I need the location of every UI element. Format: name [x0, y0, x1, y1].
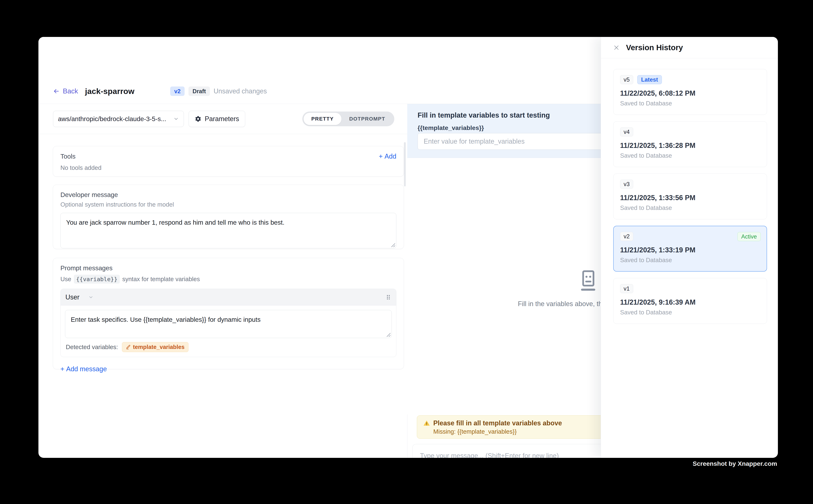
version-history-panel: Version History v5 Latest 11/22/2025, 6:… — [601, 37, 778, 458]
version-timestamp: 11/21/2025, 1:33:19 PM — [620, 246, 760, 254]
version-card-v5[interactable]: v5 Latest 11/22/2025, 6:08:12 PM Saved t… — [613, 69, 767, 115]
gear-icon — [195, 116, 201, 122]
subtitle-suffix: syntax for template variables — [122, 276, 200, 283]
scrollbar-thumb[interactable] — [404, 142, 406, 186]
parameters-button[interactable]: Parameters — [188, 111, 245, 127]
add-message-label: Add message — [66, 365, 107, 373]
editor-toolbar: aws/anthropic/bedrock-claude-3-5-s... Pa… — [38, 104, 407, 134]
warning-title: Please fill in all template variables ab… — [433, 419, 562, 427]
detected-variables-label: Detected variables: — [66, 344, 118, 351]
chevron-down-icon — [173, 116, 179, 122]
plus-icon: + — [379, 152, 383, 160]
chevron-down-icon — [88, 295, 93, 300]
latest-badge: Latest — [637, 75, 662, 84]
template-variables-title: Fill in template variables to start test… — [418, 111, 550, 119]
version-status: Saved to Database — [620, 257, 760, 264]
version-card-v4[interactable]: v4 11/21/2025, 1:36:28 PM Saved to Datab… — [613, 121, 767, 167]
detected-variables-row: Detected variables: template_variables — [61, 338, 396, 357]
version-status: Saved to Database — [620, 100, 760, 107]
prompt-messages-subtitle: Use {{variable}} syntax for template var… — [60, 275, 396, 284]
version-number-badge: v3 — [620, 180, 633, 189]
developer-message-title: Developer message — [60, 191, 396, 198]
plus-icon: + — [60, 365, 64, 373]
detected-variable-chip[interactable]: template_variables — [122, 342, 188, 352]
page-header: Back jack-sparrow v2 Draft Unsaved chang… — [38, 37, 407, 104]
prompt-messages-section: Prompt messages Use {{variable}} syntax … — [53, 258, 404, 369]
developer-message-subtitle: Optional system instructions for the mod… — [60, 201, 396, 208]
role-selector[interactable]: User — [65, 293, 93, 301]
active-badge: Active — [737, 232, 761, 241]
desktop-background: Back jack-sparrow v2 Draft Unsaved chang… — [0, 0, 813, 504]
pencil-icon — [126, 345, 131, 349]
tools-empty-text: No tools added — [60, 164, 396, 171]
detected-variable-name: template_variables — [133, 344, 184, 350]
resize-handle-icon[interactable] — [386, 332, 390, 337]
add-tool-label: Add — [385, 152, 396, 160]
parameters-label: Parameters — [205, 115, 239, 123]
message-header: User — [61, 289, 396, 306]
developer-message-input[interactable]: You are jack sparrow number 1, respond a… — [61, 213, 396, 248]
version-timestamp: 11/21/2025, 1:36:28 PM — [620, 142, 760, 150]
add-tool-button[interactable]: + Add — [379, 152, 396, 160]
robot-face-icon — [579, 270, 597, 292]
message-content-input[interactable]: Enter task specifics. Use {{template_var… — [65, 310, 392, 338]
back-arrow-icon — [53, 88, 60, 95]
warning-triangle-icon — [423, 420, 430, 426]
subtitle-prefix: Use — [60, 276, 71, 283]
model-selector-value: aws/anthropic/bedrock-claude-3-5-s... — [58, 115, 166, 123]
add-message-button[interactable]: + Add message — [60, 365, 107, 373]
message-block: User Enter task specifics. Use {{templat… — [60, 289, 396, 357]
version-timestamp: 11/21/2025, 9:16:39 AM — [620, 298, 760, 306]
version-status: Saved to Database — [620, 152, 760, 159]
version-history-header: Version History — [601, 37, 778, 58]
back-label: Back — [63, 87, 78, 95]
variable-syntax-chip: {{variable}} — [74, 275, 120, 284]
drag-handle-icon[interactable] — [385, 294, 391, 300]
version-timestamp: 11/22/2025, 6:08:12 PM — [620, 89, 760, 97]
role-selector-value: User — [65, 293, 79, 301]
version-card-v3[interactable]: v3 11/21/2025, 1:33:56 PM Saved to Datab… — [613, 174, 767, 219]
version-list: v5 Latest 11/22/2025, 6:08:12 PM Saved t… — [601, 58, 778, 458]
version-status: Saved to Database — [620, 204, 760, 211]
version-status: Saved to Database — [620, 309, 760, 316]
close-icon[interactable] — [613, 44, 620, 51]
version-number-badge: v1 — [620, 284, 633, 293]
page-title: jack-sparrow — [85, 87, 134, 96]
version-number-badge: v4 — [620, 127, 633, 136]
version-card-v2[interactable]: v2 Active 11/21/2025, 1:33:19 PM Saved t… — [613, 226, 767, 272]
developer-message-section: Developer message Optional system instru… — [53, 185, 404, 249]
back-button[interactable]: Back — [53, 87, 78, 95]
watermark-text: Screenshot by Xnapper.com — [693, 460, 777, 467]
app-window: Back jack-sparrow v2 Draft Unsaved chang… — [38, 37, 778, 458]
tools-section: Tools + Add No tools added — [53, 146, 404, 177]
version-number-badge: v5 — [620, 75, 633, 84]
version-timestamp: 11/21/2025, 1:33:56 PM — [620, 194, 760, 202]
version-card-v1[interactable]: v1 11/21/2025, 9:16:39 AM Saved to Datab… — [613, 278, 767, 324]
status-badge: Draft — [188, 87, 210, 96]
version-badge: v2 — [170, 87, 184, 96]
unsaved-changes-text: Unsaved changes — [214, 87, 267, 95]
toggle-option-dotprompt[interactable]: DOTPROMPT — [342, 113, 393, 125]
resize-handle-icon[interactable] — [390, 242, 395, 247]
prompt-messages-title: Prompt messages — [60, 264, 396, 272]
tools-title: Tools — [60, 153, 76, 160]
template-variable-label: {{template_variables}} — [418, 124, 484, 131]
model-selector[interactable]: aws/anthropic/bedrock-claude-3-5-s... — [53, 111, 184, 127]
format-toggle: PRETTY DOTPROMPT — [302, 112, 394, 126]
version-number-badge: v2 — [620, 232, 633, 241]
version-history-title: Version History — [626, 43, 683, 52]
toggle-option-pretty[interactable]: PRETTY — [304, 113, 342, 125]
